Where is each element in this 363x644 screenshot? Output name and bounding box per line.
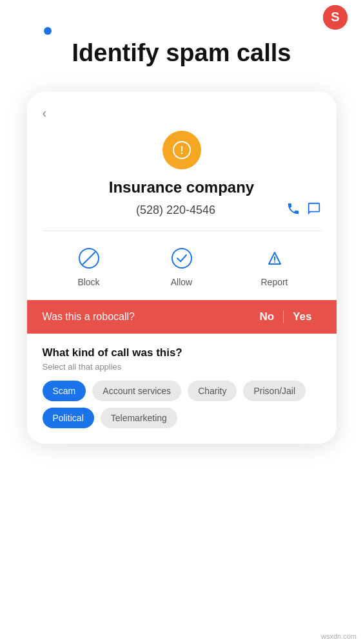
- message-icon[interactable]: [307, 202, 321, 219]
- action-row: Block Allow: [27, 231, 337, 300]
- allow-button[interactable]: Allow: [168, 244, 196, 287]
- tag-charity[interactable]: Charity: [188, 381, 237, 401]
- report-icon: [260, 244, 289, 272]
- call-icon[interactable]: [286, 202, 300, 219]
- caller-icon: !: [162, 131, 201, 169]
- robocall-banner: Was this a robocall? No Yes: [27, 300, 337, 334]
- phone-number: (528) 220-4546: [75, 204, 277, 217]
- app-logo: S: [323, 5, 348, 30]
- phone-mockup-card: ‹ ! Insurance company (528) 220-4546: [27, 91, 337, 444]
- call-type-subtitle: Select all that applies: [43, 362, 321, 372]
- svg-point-9: [274, 261, 275, 263]
- caller-icon-wrap: !: [27, 131, 337, 169]
- robocall-yes-button[interactable]: Yes: [284, 310, 320, 323]
- caller-name: Insurance company: [27, 178, 337, 196]
- robocall-options: No Yes: [251, 310, 321, 323]
- block-button[interactable]: Block: [75, 244, 103, 287]
- phone-row: (528) 220-4546: [27, 202, 337, 219]
- tag-telemarketing[interactable]: Telemarketing: [101, 408, 177, 428]
- report-label: Report: [260, 277, 288, 287]
- page-title: Identify spam calls: [72, 39, 291, 68]
- call-type-section: What kind of call was this? Select all t…: [27, 334, 337, 444]
- svg-line-5: [83, 252, 95, 265]
- svg-text:S: S: [331, 10, 339, 24]
- tag-prison-jail[interactable]: Prison/Jail: [243, 381, 306, 401]
- tag-account-services[interactable]: Account services: [92, 381, 181, 401]
- robocall-question: Was this a robocall?: [43, 311, 135, 323]
- robocall-no-button[interactable]: No: [251, 310, 284, 323]
- call-type-title: What kind of call was this?: [43, 346, 321, 359]
- tag-scam[interactable]: Scam: [43, 381, 86, 401]
- allow-label: Allow: [171, 277, 192, 287]
- svg-text:!: !: [180, 144, 184, 156]
- page-container: S Identify spam calls ‹ ! Insurance comp…: [0, 0, 363, 644]
- tag-political[interactable]: Political: [43, 408, 94, 428]
- decoration-dot: [44, 27, 52, 35]
- tags-row: Scam Account services Charity Prison/Jai…: [43, 381, 321, 428]
- allow-icon: [168, 244, 196, 272]
- report-button[interactable]: Report: [260, 244, 289, 287]
- back-button[interactable]: ‹: [27, 91, 337, 120]
- watermark: wsxdn.com: [321, 632, 357, 640]
- block-icon: [75, 244, 103, 272]
- block-label: Block: [77, 277, 99, 287]
- phone-action-icons: [286, 202, 321, 219]
- svg-point-6: [172, 249, 191, 268]
